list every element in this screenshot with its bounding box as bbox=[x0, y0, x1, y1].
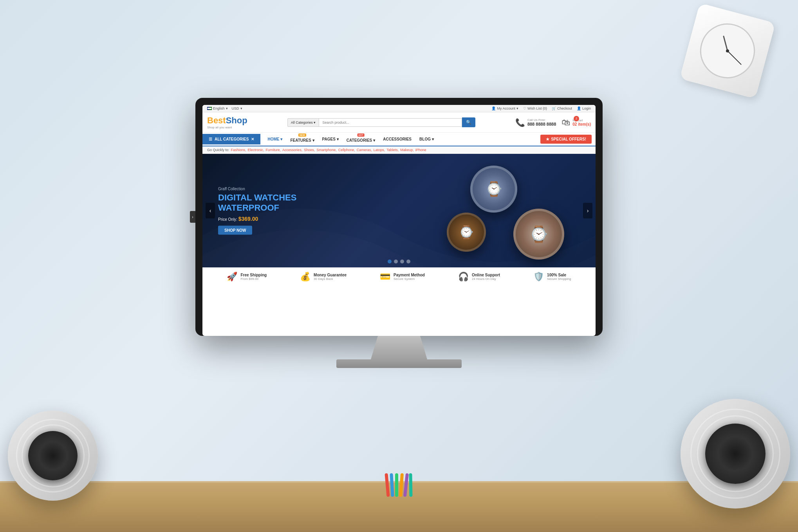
quick-link-fashions[interactable]: Fashions, bbox=[231, 148, 246, 152]
category-label: All Categories bbox=[291, 121, 313, 124]
monitor-side-arrow[interactable]: › bbox=[190, 211, 195, 223]
search-button[interactable]: 🔍 bbox=[462, 117, 475, 127]
hero-title-line2: WATERPROOF bbox=[218, 203, 296, 213]
payment-sub: Secure System bbox=[394, 277, 425, 281]
quick-link-makeup[interactable]: Makeup, bbox=[400, 148, 414, 152]
slider-arrow-left[interactable]: ‹ bbox=[206, 203, 215, 218]
nav-item-accessories[interactable]: ACCESSORIES bbox=[379, 134, 415, 144]
website: English ▾ USD ▾ 👤 My Account ▾ bbox=[202, 105, 596, 336]
special-offers-btn[interactable]: ★ SPECIAL OFFERS! bbox=[540, 135, 592, 144]
markers-group bbox=[386, 473, 412, 497]
blog-nav-label: BLOG bbox=[419, 137, 431, 141]
logo[interactable]: BestShop Shop all you want bbox=[207, 115, 247, 129]
nav-items: HOME ▾ NEW FEATURES ▾ PAGES ▾ bbox=[260, 133, 540, 146]
wishlist-label[interactable]: Wish List (0) bbox=[527, 106, 547, 110]
slider-dot-2[interactable] bbox=[394, 260, 398, 263]
monitor-container: › English ▾ USD ▾ bbox=[195, 98, 603, 368]
currency-arrow: ▾ bbox=[240, 106, 242, 110]
hero-price: $369.00 bbox=[238, 215, 258, 222]
nav-item-pages[interactable]: PAGES ▾ bbox=[318, 134, 343, 144]
hero-collection: Graff Collection bbox=[218, 187, 296, 191]
checkout-label[interactable]: Checkout bbox=[557, 106, 572, 110]
category-dropdown[interactable]: All Categories ▾ bbox=[287, 118, 319, 127]
accessories-nav-label: ACCESSORIES bbox=[383, 137, 412, 141]
slider-dot-3[interactable] bbox=[400, 260, 404, 263]
hero-title-line1: DIGITAL WATCHES bbox=[218, 193, 296, 203]
star-icon: ★ bbox=[546, 137, 549, 141]
search-area: All Categories ▾ 🔍 bbox=[287, 117, 475, 127]
monitor-stand bbox=[364, 336, 434, 359]
language-selector[interactable]: English ▾ bbox=[207, 106, 228, 110]
cart-items: 02 item(s) bbox=[572, 122, 591, 126]
top-bar: English ▾ USD ▾ 👤 My Account ▾ bbox=[202, 105, 596, 112]
account-icon: 👤 bbox=[491, 106, 496, 110]
monitor: › English ▾ USD ▾ bbox=[195, 98, 603, 336]
quick-link-accessories[interactable]: Accessories, bbox=[282, 148, 302, 152]
quick-link-electronic[interactable]: Electronic, bbox=[248, 148, 264, 152]
payment-title: Payment Method bbox=[394, 273, 425, 277]
feature-100-sale: 🛡️ 100% Sale Secure Shopping bbox=[533, 272, 571, 282]
hero-price-line: Price Only: $369.00 bbox=[218, 215, 296, 222]
quick-link-cellphone[interactable]: Cellphone, bbox=[338, 148, 355, 152]
feature-payment-method: 💳 Payment Method Secure System bbox=[380, 272, 425, 282]
phone-icon: 📞 bbox=[515, 118, 525, 127]
slider-dot-4[interactable] bbox=[406, 260, 410, 263]
header-right: 📞 Call Us Free: 888 8888 8888 🛍 2 My car… bbox=[515, 117, 591, 128]
wish-list[interactable]: ♡ Wish List (0) bbox=[523, 106, 547, 110]
logo-tagline: Shop all you want bbox=[207, 126, 247, 129]
shop-now-btn[interactable]: SHOP NOW bbox=[218, 225, 252, 234]
monitor-base bbox=[336, 359, 462, 368]
slider-dots bbox=[388, 260, 410, 263]
quick-link-latops[interactable]: Latops, bbox=[374, 148, 385, 152]
quick-link-shoes[interactable]: Shoes, bbox=[304, 148, 315, 152]
monitor-screen: English ▾ USD ▾ 👤 My Account ▾ bbox=[202, 105, 596, 336]
hero-slider: ⌚ ⌚ ⌚ Graff Collection DIGITAL WAT bbox=[202, 154, 596, 267]
nav-item-features[interactable]: NEW FEATURES ▾ bbox=[286, 133, 318, 146]
call-label: Call Us Free: bbox=[527, 118, 556, 122]
quick-link-cameras[interactable]: Cameras, bbox=[357, 148, 372, 152]
feature-money-guarantee: 💰 Money Guarantee 30 Days Back bbox=[300, 272, 347, 282]
cart-area[interactable]: 🛍 2 My cart 02 item(s) bbox=[561, 117, 591, 128]
price-label: Price Only: bbox=[218, 217, 237, 221]
cart-badge: 2 bbox=[574, 116, 579, 121]
quick-link-furniture[interactable]: Furniture, bbox=[266, 148, 281, 152]
login-link[interactable]: 👤 Login bbox=[577, 106, 591, 110]
speaker-left bbox=[8, 411, 98, 501]
slider-dot-1[interactable] bbox=[388, 260, 392, 263]
pages-nav-label: PAGES bbox=[322, 137, 336, 141]
slider-arrow-right[interactable]: › bbox=[583, 203, 592, 218]
account-label[interactable]: My Account bbox=[497, 106, 515, 110]
hero-content: Graff Collection DIGITAL WATCHES WATERPR… bbox=[218, 187, 296, 235]
language-label[interactable]: English bbox=[213, 106, 225, 110]
all-categories-btn[interactable]: ☰ ALL CATEGORIES ✕ bbox=[202, 134, 260, 144]
my-account[interactable]: 👤 My Account ▾ bbox=[491, 106, 518, 110]
payment-icon: 💳 bbox=[380, 272, 390, 282]
checkout-link[interactable]: 🛒 Checkout bbox=[552, 106, 572, 110]
call-number[interactable]: 888 8888 8888 bbox=[527, 122, 556, 126]
checkout-icon: 🛒 bbox=[552, 106, 556, 110]
hero-watches: ⌚ ⌚ ⌚ bbox=[360, 154, 596, 267]
nav-item-home[interactable]: HOME ▾ bbox=[264, 134, 286, 144]
support-title: Online Support bbox=[472, 273, 500, 277]
logo-shop: Shop bbox=[226, 115, 247, 125]
marker-6 bbox=[409, 473, 412, 497]
money-guarantee-sub: 30 Days Back bbox=[314, 277, 347, 281]
currency-selector[interactable]: USD ▾ bbox=[232, 106, 242, 110]
quick-link-iphone[interactable]: iPhone bbox=[415, 148, 426, 152]
nav-bar: ☰ ALL CATEGORIES ✕ HOME ▾ NEW FEATURES ▾ bbox=[202, 133, 596, 146]
menu-icon: ☰ bbox=[209, 137, 212, 141]
quick-link-tablets[interactable]: Tablets, bbox=[386, 148, 399, 152]
shield-icon: 🛡️ bbox=[533, 272, 544, 282]
quick-link-smartphone[interactable]: Smartphone, bbox=[316, 148, 337, 152]
clock-decoration bbox=[688, 12, 767, 90]
login-label[interactable]: Login bbox=[582, 106, 591, 110]
money-icon: 💰 bbox=[300, 272, 311, 282]
nav-item-blog[interactable]: BLOG ▾ bbox=[415, 134, 438, 144]
feature-free-shipping: 🚀 Free Shipping From $99.00 bbox=[227, 272, 267, 282]
currency-label[interactable]: USD bbox=[232, 106, 239, 110]
search-input[interactable] bbox=[319, 118, 462, 127]
speaker-right bbox=[681, 399, 790, 509]
special-offers-label: SPECIAL OFFERS! bbox=[551, 137, 586, 141]
categories-arrow: ✕ bbox=[251, 137, 254, 141]
nav-item-categories[interactable]: HOT CATEGORIES ▾ bbox=[343, 133, 379, 146]
